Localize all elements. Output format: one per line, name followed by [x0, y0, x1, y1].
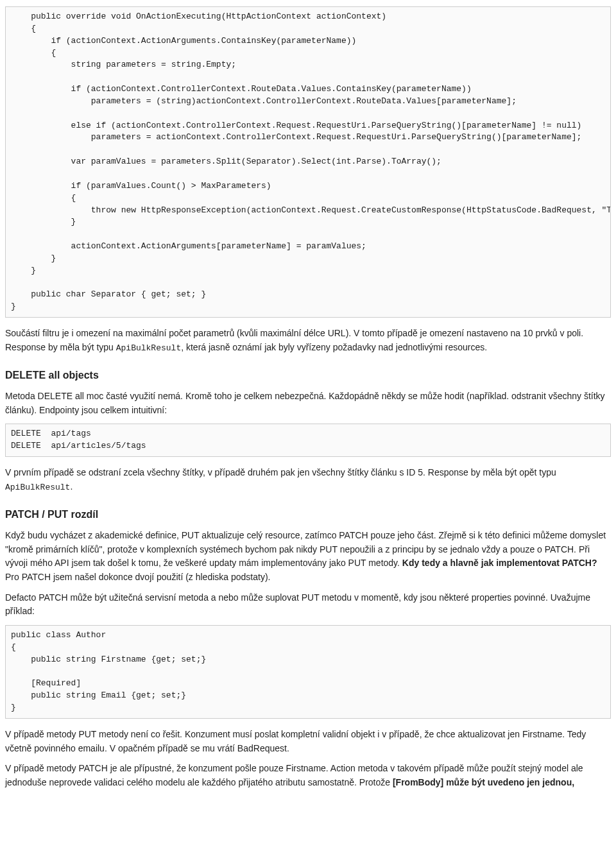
paragraph-delete-all: Metoda DELETE all moc časté využití nemá…: [5, 390, 611, 417]
paragraph-patch-explain: V případě metody PATCH je ale přípustné,…: [5, 762, 611, 789]
paragraph-patch-usecase: Defacto PATCH může být užitečná servisní…: [5, 591, 611, 619]
text-strong: Kdy tedy a hlavně jak implementovat PATC…: [402, 558, 597, 568]
paragraph-delete-response: V prvním případě se odstraní zcela všech…: [5, 466, 611, 494]
inline-code-apibulkresult: ApiBulkResult: [116, 343, 181, 353]
text: , která jasně oznámí jak byly vyřízeny p…: [181, 342, 487, 352]
code-block-2[interactable]: DELETE api/tags DELETE api/articles/5/ta…: [5, 424, 611, 457]
paragraph-patch-put-def: Když budu vycházet z akademické definice…: [5, 529, 611, 585]
text: .: [70, 481, 73, 492]
text-strong: [FromBody] může být uvedeno jen jednou,: [393, 777, 574, 787]
heading-delete-all: DELETE all objects: [5, 368, 611, 383]
paragraph-put-explain: V případě metody PUT metody není co řeši…: [5, 728, 611, 755]
heading-patch-put: PATCH / PUT rozdíl: [5, 507, 611, 522]
code-block-3[interactable]: public class Author { public string Firs…: [5, 625, 611, 719]
inline-code-apibulkresult-2: ApiBulkResult: [5, 483, 70, 492]
code-block-1[interactable]: public override void OnActionExecuting(H…: [5, 6, 611, 318]
text: Pro PATCH jsem našel dokonce dvojí použi…: [5, 572, 270, 582]
paragraph-filter-limit: Součástí filtru je i omezení na maximáln…: [5, 327, 611, 355]
text: V prvním případě se odstraní zcela všech…: [5, 467, 556, 477]
